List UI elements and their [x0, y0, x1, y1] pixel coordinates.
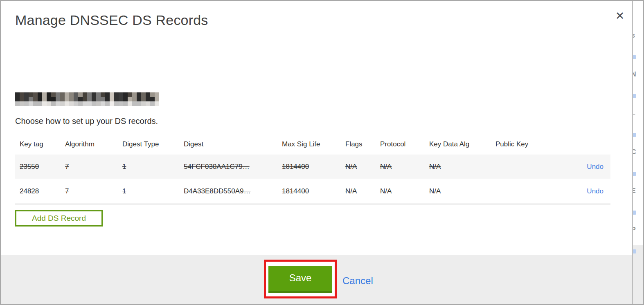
background-text-fragment: C [633, 148, 636, 156]
background-text-fragment: E [633, 187, 636, 195]
col-header-max-sig-life: Max Sig Life [282, 134, 345, 155]
col-header-algorithm: Algorithm [65, 134, 122, 155]
col-header-digest-type: Digest Type [122, 134, 184, 155]
cell-7: N/A [429, 179, 495, 204]
redacted-domain-name [15, 92, 159, 106]
cell-action: Undo [545, 155, 610, 179]
background-link-fragment [633, 172, 636, 176]
cell-8 [495, 179, 545, 204]
close-icon[interactable]: ✕ [613, 9, 627, 23]
table-row: 235507154FCF030AA1C79…1814400N/AN/AN/AUn… [15, 155, 610, 179]
background-text-fragment: N [633, 71, 636, 78]
cell-4: 1814400 [282, 179, 345, 204]
cell-3: D4A33E8DD550A9… [184, 179, 282, 204]
cell-1: 7 [65, 179, 122, 204]
undo-link[interactable]: Undo [587, 187, 603, 195]
cell-1: 7 [65, 155, 122, 179]
col-header-flags: Flags [345, 134, 380, 155]
background-text-fragment: P [633, 226, 636, 233]
background-text-fragment: L [633, 110, 635, 117]
save-button[interactable]: Save [268, 266, 332, 293]
col-header-protocol: Protocol [380, 134, 429, 155]
col-header-key-data-alg: Key Data Alg [429, 134, 495, 155]
cell-4: 1814400 [282, 155, 345, 179]
col-header-public-key: Public Key [495, 134, 545, 155]
ds-records-table: Key tag Algorithm Digest Type Digest Max… [15, 134, 610, 204]
cell-6: N/A [380, 179, 429, 204]
col-header-actions [545, 134, 610, 155]
cell-2: 1 [122, 155, 184, 179]
background-link-fragment [633, 211, 636, 215]
background-page-footer [633, 245, 643, 304]
page-title: Manage DNSSEC DS Records [15, 12, 208, 28]
ds-records-tbody: 235507154FCF030AA1C79…1814400N/AN/AN/AUn… [15, 155, 610, 204]
cell-5: N/A [345, 179, 380, 204]
background-link-fragment [633, 133, 636, 137]
cell-action: Undo [545, 179, 610, 204]
cell-8 [495, 155, 545, 179]
table-row: 2482871D4A33E8DD550A9…1814400N/AN/AN/AUn… [15, 179, 610, 204]
dnssec-modal-page: { "modal": { "title": "Manage DNSSEC DS … [0, 0, 644, 305]
table-header-row: Key tag Algorithm Digest Type Digest Max… [15, 134, 610, 155]
cell-5: N/A [345, 155, 380, 179]
cell-7: N/A [429, 155, 495, 179]
background-text-fragment: s [633, 32, 635, 39]
undo-link[interactable]: Undo [587, 163, 603, 170]
cell-3: 54FCF030AA1C79… [184, 155, 282, 179]
background-page-sliver: sNLCEP [633, 1, 643, 304]
cell-6: N/A [380, 155, 429, 179]
col-header-key-tag: Key tag [15, 134, 65, 155]
add-ds-record-button[interactable]: Add DS Record [15, 210, 103, 227]
background-link-fragment [633, 55, 636, 59]
cell-2: 1 [122, 179, 184, 204]
col-header-digest: Digest [184, 134, 282, 155]
background-link-fragment [633, 94, 636, 98]
manage-dnssec-modal: Manage DNSSEC DS Records ✕ Choose how to… [1, 1, 632, 304]
cell-0: 24828 [15, 179, 65, 204]
save-highlight-annotation: Save [264, 260, 337, 298]
cell-0: 23550 [15, 155, 65, 179]
instruction-text: Choose how to set up your DS records. [15, 117, 158, 126]
background-link-fragment [633, 249, 636, 253]
cancel-link[interactable]: Cancel [342, 275, 373, 287]
